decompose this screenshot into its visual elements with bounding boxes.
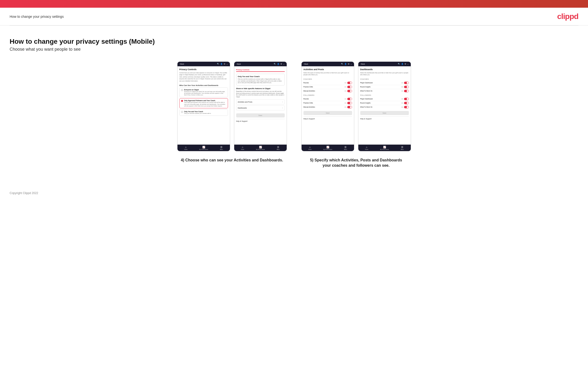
nav-performance-4[interactable]: 📈 My Performance (380, 146, 389, 150)
nav-performance-1[interactable]: 📈 My Performance (199, 146, 208, 150)
home-icon-2: ⌂ (242, 146, 243, 149)
screen4-mockup: ‹ Back 🔍 👤 ⚙ ⌄ Dashboards Select the das… (358, 61, 411, 151)
people-icon-2[interactable]: 👤 (277, 63, 279, 65)
people-icon[interactable]: 👤 (220, 63, 223, 65)
nav-menu-label-3: Menu (344, 149, 347, 150)
screen4-followers: FOLLOWERS Player Dashboard ON Round Insi… (360, 94, 409, 109)
screen4-body: Dashboards Select the dashboards that yo… (358, 66, 411, 143)
caption-5: 5) Specify which Activities, Posts and D… (306, 158, 407, 168)
screen1-back[interactable]: ‹ Back (179, 63, 184, 65)
screen1-desc: Control how you and your data appears to… (179, 72, 228, 82)
save-button-3[interactable]: Save (303, 111, 352, 115)
chevron-down-icon-2[interactable]: ⌄ (283, 63, 285, 65)
nav-menu-3[interactable]: ☰ Menu (344, 146, 347, 150)
settings-icon-4[interactable]: ⚙ (405, 63, 406, 65)
coaches-what-to-work-label: What To Work On (360, 90, 372, 92)
followers-rounds-toggle-group: ON (344, 98, 352, 100)
screen3-desc: Select the types of activity that you'd … (303, 72, 352, 76)
followers-what-to-work-toggle[interactable] (404, 106, 409, 108)
save-button-2[interactable]: Save (236, 113, 285, 117)
tooltip-title: Only You and Your Coach (238, 75, 283, 78)
followers-round-insights-label: Round Insights (360, 102, 371, 104)
menu-icon: ☰ (220, 146, 223, 149)
coaches-player-dash-toggle[interactable] (404, 82, 409, 84)
coaches-manual-toggle[interactable] (347, 90, 352, 92)
option-everyone-desc: Everyone on Clippd can search for you an… (184, 91, 226, 96)
settings-icon[interactable]: ⚙ (224, 63, 225, 65)
search-icon-2[interactable]: 🔍 (274, 63, 276, 65)
screen2-back[interactable]: ‹ Back (236, 63, 241, 65)
search-icon[interactable]: 🔍 (217, 63, 219, 65)
nav-menu-1[interactable]: ☰ Menu (220, 146, 223, 150)
followers-player-dash-toggle[interactable] (404, 98, 409, 100)
nav-home-3[interactable]: ⌂ Home (308, 146, 311, 150)
activities-posts-item[interactable]: Activities and Posts › (236, 100, 285, 104)
people-icon-3[interactable]: 👤 (344, 63, 347, 65)
followers-round-insights-toggle[interactable] (404, 102, 409, 104)
radio-everyone[interactable] (181, 89, 183, 91)
coaches-player-dash-label: Player Dashboard (360, 82, 373, 83)
option-approved-desc: Only approved followers and coaches you … (184, 102, 226, 107)
page-subtitle: Choose what you want people to see (10, 47, 578, 52)
followers-manual-label: Manual Activities (303, 106, 315, 108)
top-bar (0, 0, 588, 8)
group-right: ‹ Back 🔍 👤 ⚙ ⌄ Activities and Posts Sele… (301, 61, 411, 172)
home-icon-3: ⌂ (309, 146, 311, 149)
nav-menu-label-2: Menu (277, 149, 280, 150)
screenshots-section: ‹ Back 🔍 👤 ⚙ ⌄ Privacy Controls Control … (10, 61, 578, 172)
screen3-followers: FOLLOWERS Rounds ON Practice Drills (303, 94, 352, 109)
screen3-icons: 🔍 👤 ⚙ ⌄ (341, 63, 352, 65)
screen4-bottom-nav: ⌂ Home 📈 My Performance ☰ Menu (358, 145, 411, 151)
dashboards-item[interactable]: Dashboards › (236, 105, 285, 110)
chevron-down-icon-3[interactable]: ⌄ (350, 63, 352, 65)
save-button-4[interactable]: Save (360, 111, 409, 115)
followers-rounds-row: Rounds ON (303, 97, 352, 101)
nav-menu-4[interactable]: ☰ Menu (401, 146, 404, 150)
search-icon-4[interactable]: 🔍 (398, 63, 400, 65)
option-approved[interactable]: Only Approved Followers and Your Coach O… (179, 98, 228, 108)
tab-privacy-controls[interactable]: Privacy Controls (236, 68, 250, 72)
option-everyone-label: Everyone on Clippd (184, 89, 226, 91)
nav-performance-3[interactable]: 📈 My Performance (323, 146, 332, 150)
screen2-body: Privacy Controls Only You and Your Coach… (234, 66, 287, 143)
coaches-drills-toggle-group: ON (344, 86, 352, 88)
screen4-back[interactable]: ‹ Back (360, 63, 365, 65)
coaches-rounds-toggle[interactable] (347, 82, 352, 84)
screen2-header: ‹ Back 🔍 👤 ⚙ ⌄ (234, 62, 287, 66)
people-icon-4[interactable]: 👤 (401, 63, 404, 65)
screen3-back[interactable]: ‹ Back (303, 63, 308, 65)
chevron-down-icon[interactable]: ⌄ (226, 63, 228, 65)
coaches-what-to-work-toggle[interactable] (404, 90, 409, 92)
followers-rounds-toggle[interactable] (347, 98, 352, 100)
coaches-drills-row: Practice Drills ON (303, 85, 352, 89)
coaches-what-to-work-toggle-group: ON (401, 90, 409, 92)
followers-player-dash-label: Player Dashboard (360, 98, 373, 100)
followers-manual-toggle[interactable] (347, 106, 352, 108)
chart-icon-3: 📈 (326, 146, 329, 149)
coaches-round-insights-label: Round Insights (360, 86, 371, 88)
followers-what-to-work-label: What To Work On (360, 106, 372, 108)
followers-drills-toggle[interactable] (347, 102, 352, 104)
help-support-3: Help & Support (303, 117, 352, 121)
nav-home-2[interactable]: ⌂ Home (241, 146, 244, 150)
option-everyone[interactable]: Everyone on Clippd Everyone on Clippd ca… (179, 87, 228, 97)
radio-only-you[interactable] (181, 111, 183, 113)
coaches-player-dash-toggle-group: ON (401, 82, 409, 84)
followers-what-to-work-row: What To Work On ON (360, 105, 409, 109)
option-only-you[interactable]: Only You and Your Coach Only you and the… (179, 109, 228, 116)
nav-home-4[interactable]: ⌂ Home (365, 146, 368, 150)
screen2-mockup: ‹ Back 🔍 👤 ⚙ ⌄ Privacy Controls (234, 61, 287, 151)
settings-icon-3[interactable]: ⚙ (348, 63, 349, 65)
tab-bar-2: Privacy Controls (236, 68, 285, 72)
screen1-header: ‹ Back 🔍 👤 ⚙ ⌄ (177, 62, 230, 66)
coaches-drills-toggle[interactable] (347, 86, 352, 88)
radio-approved[interactable] (181, 100, 183, 102)
chevron-down-icon-4[interactable]: ⌄ (407, 63, 409, 65)
screen3-header: ‹ Back 🔍 👤 ⚙ ⌄ (302, 62, 354, 66)
coaches-round-insights-toggle[interactable] (404, 86, 409, 88)
nav-menu-2[interactable]: ☰ Menu (277, 146, 280, 150)
search-icon-3[interactable]: 🔍 (341, 63, 343, 65)
settings-icon-2[interactable]: ⚙ (280, 63, 282, 65)
nav-performance-2[interactable]: 📈 My Performance (256, 146, 265, 150)
nav-home-1[interactable]: ⌂ Home (184, 146, 187, 150)
